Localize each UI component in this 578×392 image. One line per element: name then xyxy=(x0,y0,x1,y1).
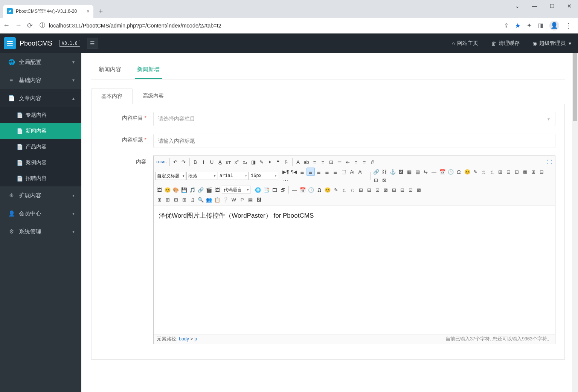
source-html-icon[interactable]: HTML xyxy=(155,158,168,166)
color-list-4-icon[interactable]: ⊡ xyxy=(327,158,336,166)
media-2-icon[interactable]: 🎨 xyxy=(172,186,180,194)
subtab-basic[interactable]: 基本内容 xyxy=(91,88,133,104)
tools-10-icon[interactable]: P xyxy=(238,195,246,204)
window-maximize-icon[interactable]: ☐ xyxy=(543,0,561,12)
dd-codelang[interactable]: 代码语言 xyxy=(222,186,250,194)
format-9-icon[interactable]: ✦ xyxy=(266,158,274,166)
dd-paragraph[interactable]: 段落 xyxy=(186,172,217,180)
color-list-2-icon[interactable]: ≡ xyxy=(311,158,319,166)
extra-13-icon[interactable]: ⊟ xyxy=(398,186,406,194)
color-list-8-icon[interactable]: ≡ xyxy=(360,158,369,166)
browser-tab[interactable]: PbootCMS管理中心-V3.1.6-20 × xyxy=(3,5,93,18)
extra-14-icon[interactable]: ⊡ xyxy=(406,186,415,194)
align-6-icon[interactable]: ≣ xyxy=(331,168,340,176)
top-admin-menu[interactable]: ◉ 超级管理员 ▾ xyxy=(532,40,571,47)
tools-4-icon[interactable]: 🖨 xyxy=(188,195,197,204)
color-list-7-icon[interactable]: ≡ xyxy=(352,158,360,166)
sidebar-sub-case[interactable]: 📄案例内容 xyxy=(0,155,81,171)
misc-0-icon[interactable]: 🌐 xyxy=(254,186,262,194)
align-7-icon[interactable]: ⬚ xyxy=(340,168,348,176)
media-6-icon[interactable]: 🎬 xyxy=(205,186,213,194)
insert-3-icon[interactable]: 🖼 xyxy=(397,168,405,176)
misc-2-icon[interactable]: 🗔 xyxy=(270,186,279,194)
media-0-icon[interactable]: 🖼 xyxy=(155,186,163,194)
color-list-5-icon[interactable]: ═ xyxy=(336,158,344,166)
media-4-icon[interactable]: 🎵 xyxy=(188,186,197,194)
sidebar-sub-special[interactable]: 📄专题内容 xyxy=(0,107,81,123)
format-0-icon[interactable]: B xyxy=(191,158,200,166)
format-1-icon[interactable]: I xyxy=(200,158,208,166)
format-11-icon[interactable]: ⎘ xyxy=(282,158,291,166)
sidebar-item-extend[interactable]: ✳ 扩展内容▾ xyxy=(0,186,81,204)
insert-20-icon[interactable]: ⊟ xyxy=(538,168,546,176)
subtab-advanced[interactable]: 高级内容 xyxy=(133,88,174,104)
insert-11-icon[interactable]: 😊 xyxy=(463,168,471,176)
fullscreen-icon[interactable]: ⛶ xyxy=(545,158,554,166)
insert-8-icon[interactable]: 📅 xyxy=(438,168,447,176)
top-clear-cache[interactable]: 🗑 清理缓存 xyxy=(491,40,520,47)
extra-3-icon[interactable]: Ω xyxy=(315,186,323,194)
align-8-icon[interactable]: Aᵢ xyxy=(348,168,356,176)
insert-19-icon[interactable]: ⊞ xyxy=(529,168,538,176)
sidebar-item-article[interactable]: 📄 文章内容▴ xyxy=(0,89,81,107)
tools-11-icon[interactable]: ▤ xyxy=(246,195,255,204)
align-5-icon[interactable]: ≣ xyxy=(323,168,331,176)
insert-7-icon[interactable]: — xyxy=(430,168,438,176)
media-5-icon[interactable]: 🔗 xyxy=(197,186,205,194)
tools-6-icon[interactable]: 👥 xyxy=(205,195,213,204)
color-list-9-icon[interactable]: ⎙ xyxy=(369,158,377,166)
format-6-icon[interactable]: x₂ xyxy=(241,158,249,166)
extra-6-icon[interactable]: ⎌ xyxy=(340,186,348,194)
tab-news-list[interactable]: 新闻内容 xyxy=(96,61,124,79)
extra-12-icon[interactable]: ⊞ xyxy=(390,186,398,194)
title-input[interactable] xyxy=(153,134,555,148)
color-list-6-icon[interactable]: ⇤ xyxy=(344,158,352,166)
tools-9-icon[interactable]: W xyxy=(230,195,238,204)
insert-1-icon[interactable]: ⛓ xyxy=(380,168,389,176)
extra-8-icon[interactable]: ⊞ xyxy=(357,186,365,194)
align-0-icon[interactable]: ▶¶ xyxy=(282,168,290,176)
extra-10-icon[interactable]: ⊡ xyxy=(373,186,381,194)
tools-8-icon[interactable]: ❔ xyxy=(221,195,230,204)
format-2-icon[interactable]: U xyxy=(208,158,216,166)
insert-13-icon[interactable]: ⎌ xyxy=(480,168,488,176)
dd-heading[interactable]: 自定义标题 xyxy=(155,172,186,180)
sidebar-item-member[interactable]: 👤 会员中心▾ xyxy=(0,204,81,223)
align-3-icon[interactable]: ≣ xyxy=(307,168,315,176)
sidebar-item-system[interactable]: ⚙ 系统管理▾ xyxy=(0,223,81,241)
insert-17-icon[interactable]: ⊡ xyxy=(513,168,521,176)
dd-font[interactable]: arial xyxy=(218,172,249,180)
tools-1-icon[interactable]: ⊞ xyxy=(163,195,172,204)
extra-7-icon[interactable]: ⎌ xyxy=(348,186,357,194)
extra-0-icon[interactable]: — xyxy=(290,186,299,194)
app-logo[interactable]: PbootCMS V3.1.6 xyxy=(4,37,80,49)
extra-2-icon[interactable]: 🕒 xyxy=(307,186,315,194)
reload-icon[interactable]: ⟳ xyxy=(27,21,33,30)
sidebar-item-basic[interactable]: ≡ 基础内容▾ xyxy=(0,71,81,89)
color-list-1-icon[interactable]: ab xyxy=(302,158,311,166)
share-icon[interactable]: ⇪ xyxy=(504,22,509,29)
extra-15-icon[interactable]: ⊠ xyxy=(415,186,423,194)
insert-14-icon[interactable]: ⎌ xyxy=(488,168,496,176)
media-1-icon[interactable]: 😊 xyxy=(163,186,172,194)
sidebar-sub-recruit[interactable]: 📄招聘内容 xyxy=(0,171,81,186)
extensions-icon[interactable]: ✦ xyxy=(527,22,532,29)
format-10-icon[interactable]: ❝ xyxy=(274,158,282,166)
format-8-icon[interactable]: ✎ xyxy=(258,158,266,166)
extra-11-icon[interactable]: ⊠ xyxy=(381,186,390,194)
insert-5-icon[interactable]: ▤ xyxy=(413,168,422,176)
align-9-icon[interactable]: Aᵢ xyxy=(356,168,364,176)
insert-0-icon[interactable]: 🔗 xyxy=(372,168,380,176)
tools-0-icon[interactable]: ⊞ xyxy=(155,195,163,204)
top-home-link[interactable]: ⌂ 网站主页 xyxy=(452,40,478,47)
media-7-icon[interactable]: 🖼 xyxy=(213,186,221,194)
forward-icon[interactable]: → xyxy=(15,21,22,29)
format-4-icon[interactable]: ꜱᴛ xyxy=(224,158,233,166)
align-4-icon[interactable]: ≣ xyxy=(315,168,323,176)
align-1-icon[interactable]: ¶◀ xyxy=(290,168,298,176)
color-list-3-icon[interactable]: ≡ xyxy=(319,158,327,166)
extra-4-icon[interactable]: 😊 xyxy=(323,186,332,194)
site-info-icon[interactable]: ⓘ xyxy=(40,22,45,29)
browser-menu-icon[interactable]: ⋮ xyxy=(565,21,572,30)
back-icon[interactable]: ← xyxy=(3,21,10,29)
